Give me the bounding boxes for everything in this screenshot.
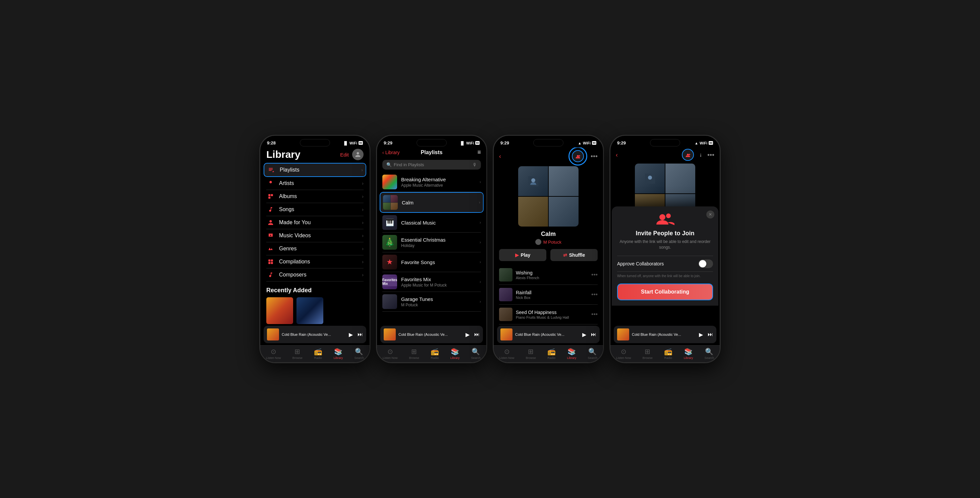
forward-icon-1[interactable]: ⏭ (358, 331, 363, 338)
forward-icon-4[interactable]: ⏭ (708, 331, 713, 338)
track-seed[interactable]: Seed Of Happiness Piano Fruits Music & L… (499, 305, 598, 324)
download-button-4[interactable]: ↓ (699, 152, 702, 158)
search-bar-2[interactable]: 🔍 Find in Playlists 🎙 (382, 160, 481, 170)
mini-player-3[interactable]: Cold Blue Rain (Acoustic Ve... ▶ ⏭ (497, 326, 600, 343)
mini-title-2: Cold Blue Rain (Acoustic Ve... (398, 333, 463, 336)
more-button-4[interactable]: ••• (707, 151, 714, 159)
mini-player-4[interactable]: Cold Blue Rain (Acoustic Ve... ▶ ⏭ (614, 326, 716, 343)
shuffle-button-3[interactable]: ⇄ Shuffle (550, 249, 598, 261)
tab-radio-3[interactable]: 📻 Radio (547, 347, 556, 360)
author-avatar-3 (535, 239, 541, 245)
tab-search-2[interactable]: 🔍 Search (471, 347, 480, 360)
listen-now-label-4: Listen Now (616, 356, 631, 360)
play-icon-2[interactable]: ▶ (466, 331, 469, 338)
mini-title-4: Cold Blue Rain (Acoustic Ve... (632, 333, 696, 336)
more-rainfall[interactable]: ••• (591, 291, 598, 298)
music-videos-icon (266, 233, 275, 239)
more-wishing[interactable]: ••• (591, 271, 598, 279)
search-icon-tab-3: 🔍 (588, 347, 597, 355)
playlist-item-favorite[interactable]: ★ Favorite Songs › (382, 252, 481, 272)
genres-item[interactable]: Genres › (266, 242, 364, 255)
track-walk[interactable]: Walk With Us (For Black Lives... ••• (499, 324, 598, 326)
albums-item[interactable]: Albums › (266, 190, 364, 203)
chevron-favmix: › (480, 279, 481, 284)
recent-thumb-1[interactable] (266, 297, 293, 324)
author-name-3[interactable]: M Potuck (543, 239, 562, 245)
tab-browse-4[interactable]: ⊞ Browse (643, 347, 653, 360)
nav-menu-2[interactable]: ≡ (477, 149, 481, 156)
collab-invite-button[interactable] (572, 150, 584, 162)
made-for-you-item[interactable]: Made for You › (266, 216, 364, 229)
more-seed[interactable]: ••• (591, 311, 598, 318)
tab-library-1[interactable]: 📚 Library (334, 347, 343, 360)
forward-icon-3[interactable]: ⏭ (591, 331, 596, 338)
mini-title-3: Cold Blue Rain (Acoustic Ve... (515, 333, 579, 336)
tab-library-3[interactable]: 📚 Library (567, 347, 576, 360)
playlist-item-calm[interactable]: Calm › (380, 192, 484, 213)
chevron-breaking: › (480, 180, 481, 184)
browse-label-2: Browse (409, 356, 419, 360)
playlist-item-garage[interactable]: Garage Tunes M Potuck › (382, 292, 481, 312)
name-classical: Classical Music (401, 220, 480, 225)
info-seed: Seed Of Happiness Piano Fruits Music & L… (516, 310, 591, 319)
thumb-classical: 🎹 (382, 215, 397, 230)
radio-icon-2: 📻 (431, 347, 439, 355)
music-videos-item[interactable]: Music Videos › (266, 229, 364, 242)
mic-icon-2[interactable]: 🎙 (473, 162, 477, 167)
approve-toggle[interactable] (698, 259, 713, 268)
listen-now-label-2: Listen Now (383, 356, 398, 360)
playlist-item-christmas[interactable]: 🎄 Essential Christmas Holiday › (382, 233, 481, 252)
playlists-item[interactable]: Playlists › (264, 163, 366, 177)
playlist-item-classical[interactable]: 🎹 Classical Music › (382, 213, 481, 233)
start-collaborating-button[interactable]: Start Collaborating (617, 284, 713, 300)
mini-player-2[interactable]: Cold Blue Rain (Acoustic Ve... ▶ ⏭ (380, 326, 483, 343)
tab-library-4[interactable]: 📚 Library (684, 347, 693, 360)
sub-favmix: Apple Music for M Potuck (401, 283, 480, 287)
forward-icon-2[interactable]: ⏭ (474, 331, 480, 338)
genres-label: Genres (279, 246, 362, 252)
collab-button-4[interactable] (682, 149, 694, 161)
tab-search-3[interactable]: 🔍 Search (588, 347, 597, 360)
back-button-4[interactable]: ‹ (616, 151, 618, 159)
tab-search-1[interactable]: 🔍 Search (354, 347, 364, 360)
tab-radio-2[interactable]: 📻 Radio (431, 347, 439, 360)
tab-browse-3[interactable]: ⊞ Browse (526, 347, 536, 360)
tab-browse-1[interactable]: ⊞ Browse (293, 347, 302, 360)
recent-thumb-2[interactable] (296, 297, 323, 324)
phone4-content: ‹ ↓ ••• (610, 147, 720, 326)
back-button-3[interactable]: ‹ (499, 153, 501, 160)
svg-point-12 (666, 214, 671, 218)
tab-listen-now-4[interactable]: ⊙ Listen Now (616, 347, 631, 360)
sub-breaking: Apple Music Alternative (401, 183, 480, 188)
mini-player-1[interactable]: Cold Blue Rain (Acoustic Ve... ▶ ⏭ (264, 326, 366, 343)
playlist-item-favmix[interactable]: Favorites Mix Favorites Mix Apple Music … (382, 272, 481, 292)
tab-radio-4[interactable]: 📻 Radio (664, 347, 673, 360)
svg-point-11 (659, 214, 665, 220)
user-avatar[interactable] (352, 149, 364, 160)
play-button-3[interactable]: ▶ Play (499, 249, 546, 261)
tab-listen-now-1[interactable]: ⊙ Listen Now (266, 347, 281, 360)
songs-item[interactable]: Songs › (266, 203, 364, 216)
edit-button[interactable]: Edit (340, 152, 349, 157)
chevron-christmas: › (480, 240, 481, 245)
track-rainfall[interactable]: Rainfall Nick Box ••• (499, 285, 598, 305)
playlist-item-breaking[interactable]: Breaking Alternative Apple Music Alterna… (382, 172, 481, 192)
tab-listen-now-3[interactable]: ⊙ Listen Now (500, 347, 514, 360)
invite-close-button[interactable]: ✕ (706, 211, 714, 219)
info-favmix: Favorites Mix Apple Music for M Potuck (401, 276, 480, 287)
back-button-2[interactable]: ‹ Library (382, 150, 399, 155)
compilations-item[interactable]: Compilations › (266, 255, 364, 268)
play-icon-4[interactable]: ▶ (699, 331, 703, 338)
artists-item[interactable]: Artists › (266, 177, 364, 190)
play-icon-1[interactable]: ▶ (349, 331, 353, 338)
play-icon-3[interactable]: ▶ (582, 331, 586, 338)
tab-listen-now-2[interactable]: ⊙ Listen Now (383, 347, 398, 360)
tab-radio-1[interactable]: 📻 Radio (314, 347, 322, 360)
tab-library-2[interactable]: 📚 Library (450, 347, 460, 360)
track-wishing[interactable]: Wishing Alexis Ffrench ••• (499, 265, 598, 285)
tab-browse-2[interactable]: ⊞ Browse (409, 347, 419, 360)
more-button-3[interactable]: ••• (590, 152, 598, 160)
status-icons-4: ▲ WiFi 90 (695, 141, 713, 145)
composers-item[interactable]: Composers › (266, 268, 364, 282)
tab-search-4[interactable]: 🔍 Search (704, 347, 714, 360)
